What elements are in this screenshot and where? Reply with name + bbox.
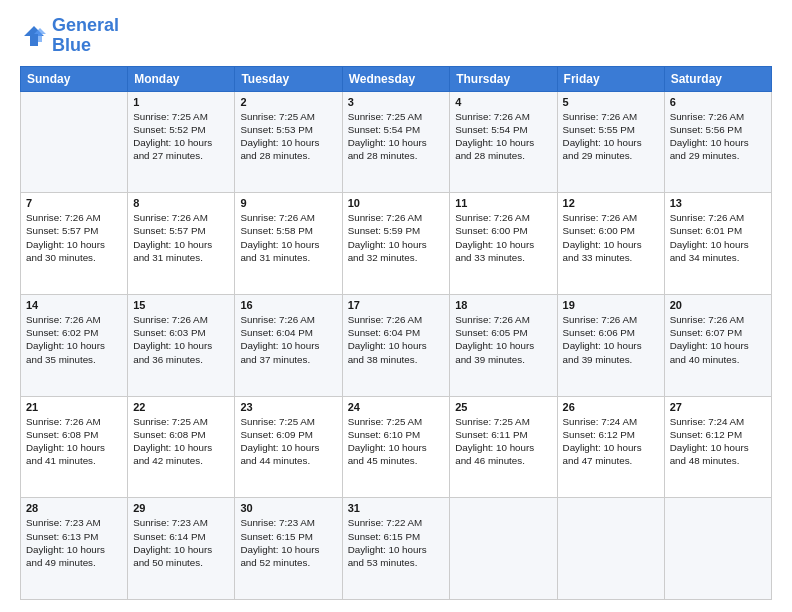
calendar-cell [450, 498, 557, 600]
calendar-cell: 1Sunrise: 7:25 AMSunset: 5:52 PMDaylight… [128, 91, 235, 193]
day-info: Sunrise: 7:26 AMSunset: 6:01 PMDaylight:… [670, 211, 766, 264]
day-info: Sunrise: 7:25 AMSunset: 6:10 PMDaylight:… [348, 415, 445, 468]
page: General Blue SundayMondayTuesdayWednesda… [0, 0, 792, 612]
calendar-cell [664, 498, 771, 600]
calendar-cell: 19Sunrise: 7:26 AMSunset: 6:06 PMDayligh… [557, 294, 664, 396]
calendar-cell: 9Sunrise: 7:26 AMSunset: 5:58 PMDaylight… [235, 193, 342, 295]
day-info: Sunrise: 7:26 AMSunset: 5:55 PMDaylight:… [563, 110, 659, 163]
day-number: 21 [26, 401, 122, 413]
day-number: 25 [455, 401, 551, 413]
day-info: Sunrise: 7:25 AMSunset: 6:08 PMDaylight:… [133, 415, 229, 468]
calendar-cell: 28Sunrise: 7:23 AMSunset: 6:13 PMDayligh… [21, 498, 128, 600]
day-number: 31 [348, 502, 445, 514]
calendar-header-wednesday: Wednesday [342, 66, 450, 91]
logo-icon [20, 22, 48, 50]
day-number: 14 [26, 299, 122, 311]
calendar-cell: 7Sunrise: 7:26 AMSunset: 5:57 PMDaylight… [21, 193, 128, 295]
logo: General Blue [20, 16, 119, 56]
calendar-header-monday: Monday [128, 66, 235, 91]
calendar-cell: 25Sunrise: 7:25 AMSunset: 6:11 PMDayligh… [450, 396, 557, 498]
day-info: Sunrise: 7:26 AMSunset: 6:06 PMDaylight:… [563, 313, 659, 366]
calendar-cell: 8Sunrise: 7:26 AMSunset: 5:57 PMDaylight… [128, 193, 235, 295]
day-number: 24 [348, 401, 445, 413]
calendar-cell: 3Sunrise: 7:25 AMSunset: 5:54 PMDaylight… [342, 91, 450, 193]
calendar-cell [21, 91, 128, 193]
calendar-cell: 15Sunrise: 7:26 AMSunset: 6:03 PMDayligh… [128, 294, 235, 396]
calendar-cell: 13Sunrise: 7:26 AMSunset: 6:01 PMDayligh… [664, 193, 771, 295]
calendar-header-saturday: Saturday [664, 66, 771, 91]
calendar-week-row: 7Sunrise: 7:26 AMSunset: 5:57 PMDaylight… [21, 193, 772, 295]
day-info: Sunrise: 7:25 AMSunset: 5:54 PMDaylight:… [348, 110, 445, 163]
day-number: 9 [240, 197, 336, 209]
day-info: Sunrise: 7:25 AMSunset: 6:11 PMDaylight:… [455, 415, 551, 468]
day-info: Sunrise: 7:26 AMSunset: 6:05 PMDaylight:… [455, 313, 551, 366]
day-info: Sunrise: 7:22 AMSunset: 6:15 PMDaylight:… [348, 516, 445, 569]
calendar-cell: 6Sunrise: 7:26 AMSunset: 5:56 PMDaylight… [664, 91, 771, 193]
day-info: Sunrise: 7:26 AMSunset: 5:57 PMDaylight:… [26, 211, 122, 264]
day-info: Sunrise: 7:25 AMSunset: 5:52 PMDaylight:… [133, 110, 229, 163]
calendar-week-row: 14Sunrise: 7:26 AMSunset: 6:02 PMDayligh… [21, 294, 772, 396]
day-info: Sunrise: 7:25 AMSunset: 5:53 PMDaylight:… [240, 110, 336, 163]
day-number: 18 [455, 299, 551, 311]
day-number: 23 [240, 401, 336, 413]
day-info: Sunrise: 7:23 AMSunset: 6:13 PMDaylight:… [26, 516, 122, 569]
logo-text: General Blue [52, 16, 119, 56]
day-number: 30 [240, 502, 336, 514]
calendar-header-sunday: Sunday [21, 66, 128, 91]
day-info: Sunrise: 7:23 AMSunset: 6:15 PMDaylight:… [240, 516, 336, 569]
day-info: Sunrise: 7:26 AMSunset: 5:58 PMDaylight:… [240, 211, 336, 264]
day-number: 4 [455, 96, 551, 108]
calendar-header-friday: Friday [557, 66, 664, 91]
calendar-cell: 24Sunrise: 7:25 AMSunset: 6:10 PMDayligh… [342, 396, 450, 498]
calendar-header-tuesday: Tuesday [235, 66, 342, 91]
calendar-cell: 11Sunrise: 7:26 AMSunset: 6:00 PMDayligh… [450, 193, 557, 295]
day-number: 28 [26, 502, 122, 514]
day-number: 11 [455, 197, 551, 209]
calendar-cell: 2Sunrise: 7:25 AMSunset: 5:53 PMDaylight… [235, 91, 342, 193]
calendar-cell: 18Sunrise: 7:26 AMSunset: 6:05 PMDayligh… [450, 294, 557, 396]
day-number: 2 [240, 96, 336, 108]
day-number: 8 [133, 197, 229, 209]
calendar-cell: 23Sunrise: 7:25 AMSunset: 6:09 PMDayligh… [235, 396, 342, 498]
calendar-cell: 10Sunrise: 7:26 AMSunset: 5:59 PMDayligh… [342, 193, 450, 295]
day-info: Sunrise: 7:26 AMSunset: 5:54 PMDaylight:… [455, 110, 551, 163]
day-info: Sunrise: 7:26 AMSunset: 5:59 PMDaylight:… [348, 211, 445, 264]
calendar-cell: 12Sunrise: 7:26 AMSunset: 6:00 PMDayligh… [557, 193, 664, 295]
day-number: 27 [670, 401, 766, 413]
day-number: 12 [563, 197, 659, 209]
day-number: 17 [348, 299, 445, 311]
calendar-cell: 27Sunrise: 7:24 AMSunset: 6:12 PMDayligh… [664, 396, 771, 498]
day-info: Sunrise: 7:24 AMSunset: 6:12 PMDaylight:… [670, 415, 766, 468]
day-info: Sunrise: 7:26 AMSunset: 6:04 PMDaylight:… [240, 313, 336, 366]
calendar-cell [557, 498, 664, 600]
day-number: 16 [240, 299, 336, 311]
day-info: Sunrise: 7:26 AMSunset: 6:00 PMDaylight:… [563, 211, 659, 264]
calendar-cell: 31Sunrise: 7:22 AMSunset: 6:15 PMDayligh… [342, 498, 450, 600]
day-number: 19 [563, 299, 659, 311]
day-number: 22 [133, 401, 229, 413]
day-info: Sunrise: 7:26 AMSunset: 6:07 PMDaylight:… [670, 313, 766, 366]
calendar-header-thursday: Thursday [450, 66, 557, 91]
day-number: 5 [563, 96, 659, 108]
calendar-cell: 22Sunrise: 7:25 AMSunset: 6:08 PMDayligh… [128, 396, 235, 498]
calendar-table: SundayMondayTuesdayWednesdayThursdayFrid… [20, 66, 772, 600]
calendar-cell: 14Sunrise: 7:26 AMSunset: 6:02 PMDayligh… [21, 294, 128, 396]
day-info: Sunrise: 7:23 AMSunset: 6:14 PMDaylight:… [133, 516, 229, 569]
day-info: Sunrise: 7:24 AMSunset: 6:12 PMDaylight:… [563, 415, 659, 468]
day-number: 15 [133, 299, 229, 311]
day-info: Sunrise: 7:26 AMSunset: 6:08 PMDaylight:… [26, 415, 122, 468]
calendar-week-row: 21Sunrise: 7:26 AMSunset: 6:08 PMDayligh… [21, 396, 772, 498]
day-info: Sunrise: 7:26 AMSunset: 6:00 PMDaylight:… [455, 211, 551, 264]
day-number: 10 [348, 197, 445, 209]
day-number: 20 [670, 299, 766, 311]
calendar-cell: 30Sunrise: 7:23 AMSunset: 6:15 PMDayligh… [235, 498, 342, 600]
calendar-header-row: SundayMondayTuesdayWednesdayThursdayFrid… [21, 66, 772, 91]
calendar-cell: 21Sunrise: 7:26 AMSunset: 6:08 PMDayligh… [21, 396, 128, 498]
calendar-cell: 29Sunrise: 7:23 AMSunset: 6:14 PMDayligh… [128, 498, 235, 600]
calendar-cell: 4Sunrise: 7:26 AMSunset: 5:54 PMDaylight… [450, 91, 557, 193]
day-number: 3 [348, 96, 445, 108]
day-info: Sunrise: 7:26 AMSunset: 5:56 PMDaylight:… [670, 110, 766, 163]
calendar-cell: 17Sunrise: 7:26 AMSunset: 6:04 PMDayligh… [342, 294, 450, 396]
day-info: Sunrise: 7:26 AMSunset: 5:57 PMDaylight:… [133, 211, 229, 264]
day-number: 7 [26, 197, 122, 209]
